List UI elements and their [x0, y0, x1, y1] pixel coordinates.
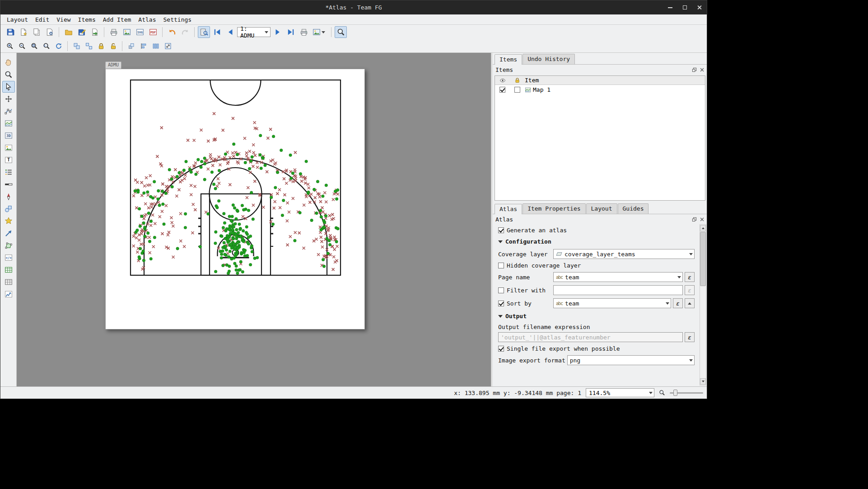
add-marker-button[interactable]	[2, 215, 15, 227]
add-scalebar-button[interactable]	[2, 179, 15, 190]
ungroup-items-button[interactable]	[83, 41, 94, 52]
zoom-actual-size-button[interactable]	[41, 41, 52, 52]
filter-expression-input[interactable]	[553, 285, 683, 295]
undo-button[interactable]	[166, 26, 178, 38]
combo-caret[interactable]	[664, 299, 671, 308]
print-atlas-button[interactable]	[298, 26, 310, 38]
combo-caret[interactable]	[687, 249, 694, 259]
add-shape-button[interactable]	[2, 203, 15, 215]
sort-direction-button[interactable]	[685, 298, 695, 308]
load-template-button[interactable]	[62, 26, 75, 38]
coverage-layer-combo[interactable]: coverage_layer_teams	[553, 249, 695, 259]
scroll-up-button[interactable]	[700, 225, 706, 231]
new-layout-button[interactable]	[17, 26, 29, 38]
scroll-down-button[interactable]	[700, 378, 706, 385]
group-items-button[interactable]	[71, 41, 82, 52]
atlas-panel-scrollbar[interactable]	[700, 224, 706, 386]
tab-items[interactable]: Items	[495, 54, 522, 65]
add-map-button[interactable]	[2, 118, 15, 129]
refresh-view-button[interactable]	[53, 41, 64, 52]
align-items-button[interactable]	[138, 41, 149, 52]
edit-nodes-tool[interactable]	[2, 105, 15, 117]
zoom-level-combo[interactable]: 114.5%	[586, 388, 654, 397]
atlas-feature-combo[interactable]: 1: ADMU	[237, 27, 271, 37]
sort-expression-button[interactable]: ε	[673, 298, 683, 308]
add-north-arrow-button[interactable]	[2, 191, 15, 202]
combo-caret[interactable]	[263, 28, 269, 37]
add-attribute-table-button[interactable]	[2, 264, 15, 276]
filter-expression-button[interactable]: ε	[685, 285, 695, 295]
tab-atlas[interactable]: Atlas	[495, 204, 522, 214]
menu-settings[interactable]: Settings	[160, 15, 196, 24]
item-visibility-checkbox[interactable]	[499, 87, 505, 93]
undock-panel-icon[interactable]	[692, 217, 697, 222]
menu-atlas[interactable]: Atlas	[135, 15, 159, 24]
atlas-settings-button[interactable]	[335, 26, 347, 38]
combo-caret[interactable]	[687, 356, 694, 365]
move-item-content-tool[interactable]	[2, 93, 15, 105]
output-section-header[interactable]: Output	[498, 313, 695, 320]
item-lock-checkbox[interactable]	[514, 87, 520, 93]
atlas-last-feature-button[interactable]	[285, 26, 297, 38]
select-move-item-tool[interactable]	[2, 81, 15, 93]
export-atlas-button[interactable]	[311, 26, 328, 38]
print-layout-button[interactable]	[107, 26, 120, 38]
sort-by-combo[interactable]: abc team	[553, 298, 671, 308]
hidden-coverage-layer-checkbox[interactable]	[498, 263, 504, 268]
generate-atlas-checkbox[interactable]	[498, 227, 504, 233]
tab-undo-history[interactable]: Undo History	[523, 54, 575, 64]
combo-caret[interactable]	[647, 389, 654, 397]
raise-items-button[interactable]	[126, 41, 137, 52]
atlas-preview-toggle[interactable]	[198, 26, 210, 38]
add-fixed-table-button[interactable]	[2, 276, 15, 288]
menu-layout[interactable]: Layout	[3, 15, 32, 24]
zoom-full-button[interactable]	[28, 41, 40, 52]
duplicate-layout-button[interactable]	[30, 26, 42, 38]
export-as-svg-button[interactable]	[134, 26, 146, 38]
minimize-button[interactable]	[664, 3, 676, 13]
save-as-template-button[interactable]	[75, 26, 88, 38]
close-button[interactable]	[693, 3, 705, 13]
image-export-format-combo[interactable]: png	[567, 355, 695, 365]
save-project-button[interactable]	[4, 26, 16, 38]
page-name-expression-button[interactable]: ε	[685, 272, 695, 282]
filter-with-checkbox[interactable]	[498, 287, 504, 293]
maximize-button[interactable]	[679, 3, 691, 13]
zoom-slider[interactable]	[670, 389, 703, 396]
resize-items-button[interactable]	[162, 41, 173, 52]
slider-handle[interactable]	[673, 390, 677, 396]
add-3d-map-button[interactable]	[2, 130, 15, 141]
output-filename-expression-field[interactable]: 'output_'||@atlas_featurenumber	[498, 332, 683, 342]
atlas-previous-feature-button[interactable]	[224, 26, 236, 38]
menu-view[interactable]: View	[53, 15, 74, 24]
layout-canvas[interactable]: ADMU	[17, 53, 491, 386]
close-panel-icon[interactable]	[700, 217, 705, 222]
scrollbar-thumb[interactable]	[700, 232, 706, 286]
pan-tool[interactable]	[2, 56, 15, 68]
export-as-image-button[interactable]	[121, 26, 133, 38]
add-legend-button[interactable]	[2, 166, 15, 178]
table-row[interactable]: Map 1	[495, 85, 705, 94]
atlas-first-feature-button[interactable]	[211, 26, 223, 38]
tab-guides[interactable]: Guides	[618, 203, 649, 214]
distribute-items-button[interactable]	[150, 41, 161, 52]
add-items-from-template-button[interactable]	[89, 26, 101, 38]
add-arrow-button[interactable]	[2, 227, 15, 239]
add-node-item-button[interactable]	[2, 240, 15, 251]
sort-by-checkbox[interactable]	[498, 301, 504, 306]
zoom-in-button[interactable]	[4, 41, 15, 52]
export-atlas-menu-caret[interactable]	[321, 26, 326, 38]
add-html-button[interactable]	[2, 252, 15, 263]
atlas-next-feature-button[interactable]	[271, 26, 284, 38]
close-panel-icon[interactable]	[700, 67, 705, 72]
menu-items[interactable]: Items	[75, 15, 99, 24]
page-name-combo[interactable]: abc team	[553, 272, 683, 282]
add-picture-button[interactable]	[2, 142, 15, 154]
unlock-items-button[interactable]	[107, 41, 119, 52]
menu-add-item[interactable]: Add Item	[99, 15, 135, 24]
redo-button[interactable]	[179, 26, 191, 38]
single-file-export-checkbox[interactable]	[498, 346, 504, 352]
undock-panel-icon[interactable]	[692, 67, 697, 72]
tab-layout[interactable]: Layout	[586, 203, 617, 214]
filename-expression-button[interactable]: ε	[685, 332, 695, 342]
